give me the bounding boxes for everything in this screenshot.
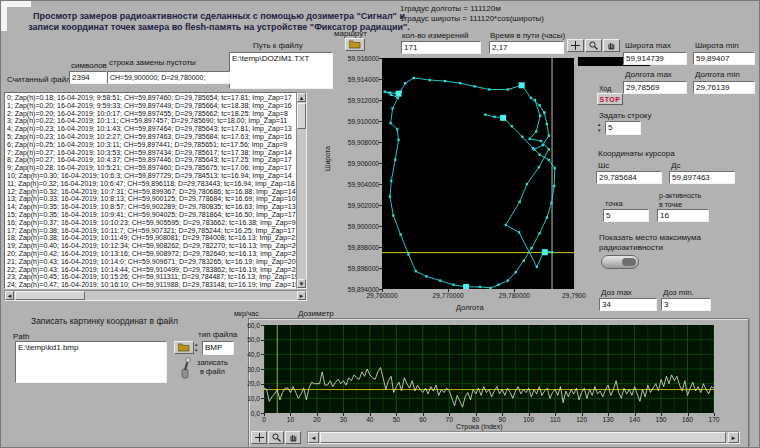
list-line[interactable]: 4; Zap(h)=0.23; 16-04-2019; 10:1:43; CH=… (7, 125, 306, 133)
const-latitude: 1градус широты = 111120*cos(широты) (400, 14, 544, 23)
chart-zoom-tool[interactable] (268, 431, 284, 444)
lon-min-field[interactable]: 29,76139 (693, 81, 755, 94)
lat-max-field[interactable]: 59,914739 (623, 52, 687, 65)
list-line[interactable]: 2; Zap(h)=0.20; 16-04-2019; 10:0:17; CH=… (7, 110, 306, 118)
map-crosshair-tool[interactable] (567, 39, 584, 52)
list-line[interactable]: 11; Zap(h)=0.32; 16-04-2019; 10:6:47; CH… (7, 180, 306, 188)
list-line[interactable]: 10; Zap(h)=0.30; 16-04-2019; 10:6:3; CH=… (7, 172, 306, 180)
list-line[interactable]: 6; Zap(h)=0.25; 16-04-2019; 10:3:11; CH=… (7, 141, 306, 149)
empty-row-field[interactable]: CH=59,900000; D=29,780000; (107, 71, 230, 84)
dose-min-field[interactable]: 3 (661, 298, 711, 311)
list-line[interactable]: 20; Zap(h)=0.42; 16-04-2019; 10:13:16; C… (7, 250, 306, 258)
axis-tick (261, 398, 264, 399)
lat-min-field[interactable]: 59,89407 (693, 52, 755, 65)
scroll-left-button[interactable]: ◄ (5, 291, 14, 300)
list-line[interactable]: 22; Zap(h)=0.43; 16-04-2019; 10:14:44; C… (7, 266, 306, 274)
show-max-toggle[interactable] (601, 255, 639, 269)
axis-tick (379, 226, 382, 227)
list-vscroll-thumb[interactable] (297, 103, 306, 129)
map-plot[interactable] (382, 58, 574, 289)
list-vscrollbar[interactable]: ▲ ▼ (296, 92, 307, 289)
list-line[interactable]: 9; Zap(h)=0.28; 16-04-2019; 10:5:21; CH=… (7, 164, 306, 172)
map-zoom-tool[interactable] (585, 39, 602, 52)
write-file-label-1: записать (197, 358, 228, 367)
chart-scroll-right[interactable]: ► (728, 432, 739, 443)
list-line[interactable]: 18; Zap(h)=0.38; 16-04-2019; 10:11:49; C… (7, 234, 306, 242)
file-type-label: тип файла (198, 330, 237, 339)
write-file-label-2: в файл (200, 367, 225, 376)
stop-button[interactable]: STOP (597, 93, 623, 105)
file-type-spinner[interactable]: ▲▼ (194, 342, 201, 356)
axis-tick (261, 384, 264, 385)
list-line[interactable]: 1; Zap(h)=0.20; 16-04-2019; 9:59:33; CH=… (7, 102, 306, 110)
file-type-select[interactable]: BMP (202, 341, 234, 355)
scroll-right-button[interactable]: ► (297, 291, 306, 300)
measurement-list[interactable]: 0; Zap(h)=0.18; 16-04-2019; 9:58:51; CH=… (4, 92, 307, 289)
file-path-input[interactable]: E:\temp\DOZIM1.TXT (229, 52, 333, 89)
chart-y-tick: 30,0 (236, 366, 260, 373)
list-line[interactable]: 24; Zap(h)=0.47; 16-04-2019; 10:16:10; C… (7, 281, 306, 289)
chart-y-tick: 20,0 (236, 380, 260, 387)
axis-tick (379, 79, 382, 80)
map-pan-tool[interactable] (603, 39, 620, 52)
list-line[interactable]: 7; Zap(h)=0.27; 16-04-2019; 10:3:53; CH=… (7, 149, 306, 157)
list-hscrollbar[interactable]: ◄ ► (4, 290, 307, 301)
list-hscroll-thumb[interactable] (15, 291, 85, 300)
chart-x-tick: 20 (307, 416, 327, 423)
axis-tick (514, 289, 515, 292)
time-field[interactable]: 2,17 (489, 41, 564, 54)
point-field[interactable]: 5 (603, 209, 649, 222)
chart-x-axis-title: Строка (index) (456, 422, 503, 431)
lon-max-label: Долгота max (625, 70, 672, 79)
magnifier-icon (589, 41, 598, 50)
list-line[interactable]: 16; Zap(h)=0.37; 16-04-2019; 10:10:23; C… (7, 219, 306, 227)
set-row-spinner[interactable]: ▲▼ (597, 122, 604, 136)
cursor-y-field[interactable]: 59,897463 (669, 171, 735, 184)
axis-tick (448, 289, 449, 292)
toggle-knob (622, 258, 636, 266)
list-line[interactable]: 8; Zap(h)=0.27; 16-04-2019; 10:4:37; CH=… (7, 156, 306, 164)
dose-max-field[interactable]: 34 (599, 298, 657, 311)
map-x-tick: 29,780000 (488, 292, 540, 299)
page-title-line1: Просмотр замеров радиоактивности сделанн… (23, 11, 415, 22)
axis-tick (714, 413, 715, 416)
chart-x-tick: 60 (413, 416, 433, 423)
scroll-up-button[interactable]: ▲ (297, 93, 306, 102)
chart-x-tick: 160 (678, 416, 698, 423)
list-line[interactable]: 0; Zap(h)=0.18; 16-04-2019; 9:58:51; CH=… (7, 94, 306, 102)
activity-field[interactable]: 16 (657, 209, 709, 222)
list-line[interactable]: 15; Zap(h)=0.35; 16-04-2019; 10:9:41; CH… (7, 211, 306, 219)
list-line[interactable]: 12; Zap(h)=0.32; 16-04-2019; 10:7:31; CH… (7, 188, 306, 196)
cursor-x-field[interactable]: 29,785684 (596, 171, 662, 184)
lon-max-field[interactable]: 29,78569 (623, 81, 687, 94)
browse-file-button[interactable] (345, 38, 365, 51)
list-line[interactable]: 3; Zap(h)=0.22; 16-04-2019; 10:1:1; CH=5… (7, 117, 306, 125)
axis-tick (476, 413, 477, 416)
list-line[interactable]: 5; Zap(h)=0.23; 16-04-2019; 10:2:27; CH=… (7, 133, 306, 141)
chart-pan-tool[interactable] (285, 431, 301, 444)
dosimeter-plot[interactable] (264, 325, 714, 413)
list-line[interactable]: 13; Zap(h)=0.33; 16-04-2019; 10:8:13; CH… (7, 195, 306, 203)
list-line[interactable]: 23; Zap(h)=0.45; 16-04-2019; 10:15:26; C… (7, 273, 306, 281)
list-line[interactable]: 17; Zap(h)=0.38; 16-04-2019; 10:11:7; CH… (7, 227, 306, 235)
chart-hscroll-thumb[interactable] (320, 432, 726, 443)
chart-x-tick: 140 (625, 416, 645, 423)
save-path-input[interactable]: E:\temp\kd1.bmp (15, 341, 167, 383)
count-field[interactable]: 171 (401, 41, 481, 54)
crosshair-icon (255, 433, 264, 442)
axis-tick (379, 268, 382, 269)
chart-crosshair-tool[interactable] (251, 431, 267, 444)
list-line[interactable]: 21; Zap(h)=0.43; 16-04-2019; 10:14:0; CH… (7, 258, 306, 266)
axis-tick (608, 413, 609, 416)
save-browse-button[interactable] (174, 341, 194, 354)
scroll-down-button[interactable]: ▼ (297, 279, 306, 288)
set-row-field[interactable]: 5 (605, 121, 641, 135)
list-line[interactable]: 19; Zap(h)=0.40; 16-04-2019; 10:12:34; C… (7, 242, 306, 250)
lat-min-label: Широта min (695, 41, 739, 50)
map-y-tick: 59,912000 (334, 97, 379, 104)
chars-count-field[interactable]: 2394 (69, 71, 107, 84)
chart-hscrollbar[interactable]: ◄ ► (307, 431, 740, 444)
chart-scroll-left[interactable]: ◄ (308, 432, 319, 443)
list-line[interactable]: 14; Zap(h)=0.35; 16-04-2019; 10:8:57; CH… (7, 203, 306, 211)
write-file-switch[interactable] (178, 357, 192, 383)
